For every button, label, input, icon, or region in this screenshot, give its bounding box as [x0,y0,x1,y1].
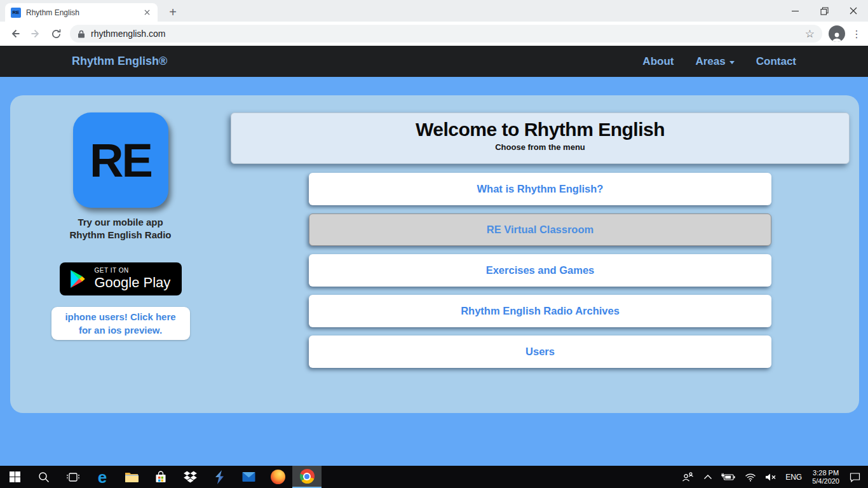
menu-button-label: Exercises and Games [486,264,595,276]
page-background: RE Try our mobile app Rhythm English Rad… [0,77,868,466]
menu-button-users[interactable]: Users [309,336,771,368]
menu-button-radio-archives[interactable]: Rhythm English Radio Archives [309,295,771,327]
mobile-app-tagline: Try our mobile app Rhythm English Radio [69,216,171,241]
restore-icon [820,7,829,15]
nav-link-areas[interactable]: Areas [695,55,734,68]
chevron-down-icon [729,61,735,64]
mail-icon [242,471,255,482]
profile-avatar[interactable] [829,25,845,42]
back-button[interactable] [5,24,25,44]
menu-button-exercises[interactable]: Exercises and Games [309,254,771,287]
play-badge-line2: Google Play [95,274,171,291]
taskbar-dropbox-button[interactable] [175,466,205,488]
language-indicator[interactable]: ENG [781,466,806,488]
taskbar-lightning-app-button[interactable] [205,466,234,488]
window-close-button[interactable] [839,0,868,22]
google-play-text: GET IT ON Google Play [95,267,171,291]
browser-tab[interactable]: RE Rhythm English [5,3,158,22]
clock-date: 5/4/2020 [812,477,839,485]
app-logo-text: RE [90,133,151,187]
volume-muted-icon [765,473,776,482]
taskbar-chrome-button[interactable] [292,466,322,488]
browser-menu-button[interactable]: ⋮ [850,28,863,40]
content-container: RE Try our mobile app Rhythm English Rad… [10,95,859,413]
person-icon [831,32,843,42]
lock-icon [78,29,85,39]
page-title: Welcome to Rhythm English [231,119,849,140]
chevron-up-icon [703,474,712,480]
taskbar-edge-button[interactable]: e [88,466,117,488]
window-minimize-button[interactable] [780,0,810,22]
refresh-icon [51,29,62,39]
windows-taskbar: e [0,466,868,488]
taskbar-pinned-apps: e [0,466,322,488]
main-column: Welcome to Rhythm English Choose from th… [231,95,859,413]
new-tab-button[interactable]: + [164,3,182,21]
nav-link-label: About [642,55,674,68]
address-bar[interactable]: rhythmenglish.com ☆ [70,25,822,43]
taskbar-file-explorer-button[interactable] [117,466,146,488]
close-icon [850,7,857,15]
action-center-icon [850,472,860,482]
menu-button-label: Rhythm English Radio Archives [461,305,620,317]
forward-icon [29,27,42,40]
search-icon [38,471,50,483]
chrome-icon [300,469,315,484]
menu-button-virtual-classroom[interactable]: RE Virtual Classroom [309,214,771,246]
site-favicon: RE [11,8,21,18]
main-menu: What is Rhythm English? RE Virtual Class… [309,173,771,368]
windows-logo-icon [10,471,20,482]
menu-button-what-is[interactable]: What is Rhythm English? [309,173,771,205]
google-play-icon [69,269,86,288]
edge-icon: e [98,469,107,485]
clock-time: 3:28 PM [812,469,839,477]
ios-preview-link[interactable]: iphone users! Click here for an ios prev… [51,307,190,340]
nav-link-label: Contact [756,55,796,68]
bookmark-star-icon[interactable]: ☆ [805,27,815,41]
nav-links: About Areas Contact [642,55,796,68]
file-explorer-icon [125,471,139,483]
tagline-line1: Try our mobile app [69,216,171,229]
site-navbar: Rhythm English® About Areas Contact [0,46,868,77]
app-logo: RE [73,112,168,208]
nav-link-label: Areas [695,55,725,68]
people-icon [681,472,695,482]
taskbar-search-button[interactable] [29,466,58,488]
tab-title: Rhythm English [26,8,137,17]
nav-link-about[interactable]: About [642,55,674,68]
volume-status[interactable] [761,466,781,488]
task-view-button[interactable] [58,466,88,488]
browser-toolbar: rhythmenglish.com ☆ ⋮ [0,22,868,46]
google-play-badge[interactable]: GET IT ON Google Play [60,262,182,295]
system-tray: ENG 3:28 PM 5/4/2020 [677,466,868,488]
taskbar-mail-button[interactable] [234,466,263,488]
task-view-icon [67,472,79,482]
tray-overflow-button[interactable] [699,466,717,488]
sidebar-column: RE Try our mobile app Rhythm English Rad… [10,95,231,413]
tab-close-icon[interactable] [142,8,152,18]
taskbar-store-button[interactable] [146,466,175,488]
start-button[interactable] [0,466,29,488]
nav-link-contact[interactable]: Contact [756,55,796,68]
site-brand[interactable]: Rhythm English® [72,55,167,68]
microsoft-store-icon [154,471,167,484]
firefox-icon [271,470,285,484]
lightning-app-icon [214,470,225,484]
wifi-status[interactable] [740,466,761,488]
url-text[interactable]: rhythmenglish.com [91,29,799,39]
refresh-button[interactable] [46,24,66,44]
tagline-line2: Rhythm English Radio [69,229,171,241]
welcome-panel: Welcome to Rhythm English Choose from th… [231,112,850,164]
favicon-text: RE [12,10,19,15]
battery-status[interactable] [717,466,740,488]
action-center-button[interactable] [845,466,865,488]
menu-button-label: What is Rhythm English? [477,183,604,195]
menu-button-label: Users [526,346,555,358]
window-restore-button[interactable] [810,0,839,22]
dropbox-icon [184,471,197,483]
people-button[interactable] [677,466,699,488]
taskbar-firefox-button[interactable] [263,466,292,488]
forward-button[interactable] [25,24,46,44]
page-subtitle: Choose from the menu [231,142,849,152]
taskbar-clock[interactable]: 3:28 PM 5/4/2020 [806,469,845,485]
